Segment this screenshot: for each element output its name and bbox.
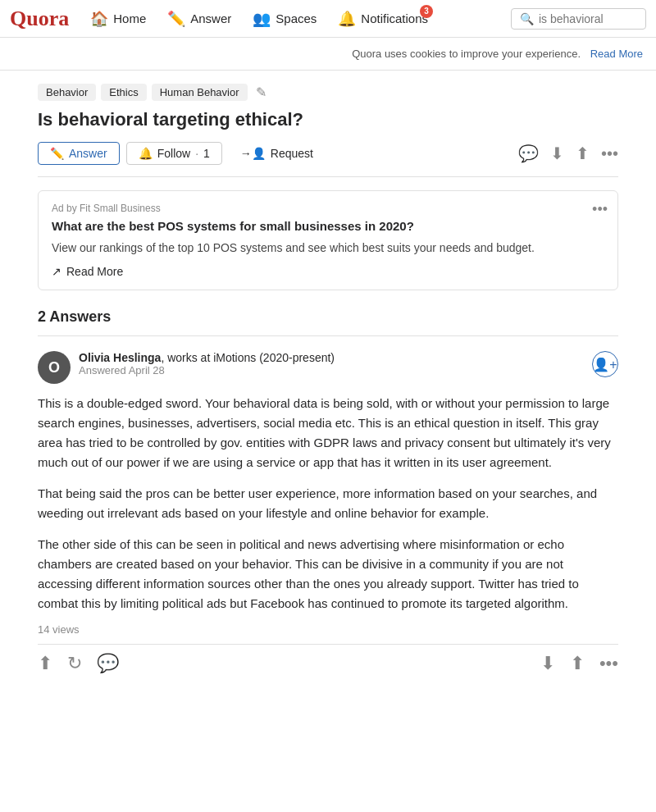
ad-read-more-link[interactable]: ↗ Read More: [52, 265, 604, 278]
cookie-banner: Quora uses cookies to improve your exper…: [0, 38, 656, 71]
share-icon[interactable]: ⬆: [576, 144, 590, 163]
answer-text: This is a double-edged sword. Your behav…: [38, 394, 618, 614]
author-cred: , works at iMotions (2020-present): [161, 351, 335, 364]
answer-paragraph-2: That being said the pros can be better u…: [38, 484, 618, 523]
nav-item-spaces[interactable]: 👥 Spaces: [244, 7, 325, 31]
answer-meta: O Olivia Heslinga, works at iMotions (20…: [38, 351, 618, 384]
answer-item: O Olivia Heslinga, works at iMotions (20…: [38, 351, 618, 687]
follow-bell-icon: 🔔: [139, 147, 153, 160]
answers-divider: [38, 335, 618, 336]
edit-topics-icon[interactable]: ✎: [256, 84, 266, 100]
refresh-icon[interactable]: ↻: [67, 653, 82, 674]
breadcrumbs: Behavior Ethics Human Behavior ✎: [38, 84, 618, 101]
nav-item-answer[interactable]: ✏️ Answer: [159, 7, 239, 31]
more-options-icon[interactable]: •••: [601, 144, 618, 163]
answer-paragraph-3: The other side of this can be seen in po…: [38, 535, 618, 614]
author-info: Olivia Heslinga, works at iMotions (2020…: [79, 351, 584, 376]
search-box[interactable]: 🔍: [511, 8, 646, 30]
quora-logo[interactable]: Quora: [10, 7, 69, 31]
ad-label: Ad by Fit Small Business: [52, 203, 604, 214]
cookie-text: Quora uses cookies to improve your exper…: [352, 48, 581, 60]
ad-read-more-label: Read More: [66, 265, 123, 278]
breadcrumb-behavior[interactable]: Behavior: [38, 84, 96, 101]
external-link-icon: ↗: [52, 265, 61, 278]
answer-views: 14 views: [38, 623, 618, 636]
home-icon: 🏠: [90, 10, 108, 28]
answer-icon: ✏️: [167, 10, 185, 28]
follow-count: 1: [203, 147, 210, 160]
search-input[interactable]: [539, 12, 637, 25]
search-icon: 🔍: [520, 12, 534, 25]
question-icons: 💬 ⬇ ⬆ •••: [518, 144, 618, 163]
nav-item-notifications[interactable]: 🔔 Notifications 3: [330, 7, 436, 31]
request-icon: →👤: [240, 147, 266, 160]
answer-button[interactable]: ✏️ Answer: [38, 142, 120, 165]
breadcrumb-human-behavior[interactable]: Human Behavior: [152, 84, 248, 101]
breadcrumb-ethics[interactable]: Ethics: [101, 84, 146, 101]
nav-item-home[interactable]: 🏠 Home: [82, 7, 154, 31]
ad-card: Ad by Fit Small Business What are the be…: [38, 190, 618, 290]
answer-downvote-icon[interactable]: ⬇: [540, 653, 555, 674]
answer-paragraph-1: This is a double-edged sword. Your behav…: [38, 394, 618, 472]
bell-icon: 🔔: [338, 10, 356, 28]
answer-button-label: Answer: [69, 147, 107, 160]
answer-follow-icon[interactable]: 👤+: [592, 351, 618, 377]
ad-title: What are the best POS systems for small …: [52, 219, 604, 233]
person-plus-icon: 👤+: [593, 357, 617, 372]
nav-spaces-label: Spaces: [276, 11, 317, 25]
notification-badge: 3: [420, 5, 433, 18]
avatar: O: [38, 351, 71, 384]
question-action-row: ✏️ Answer 🔔 Follow · 1 →👤 Request 💬 ⬇ ⬆ …: [38, 142, 618, 177]
follow-button[interactable]: 🔔 Follow · 1: [126, 142, 222, 165]
follow-label: Follow: [157, 147, 190, 160]
nav-answer-label: Answer: [190, 11, 231, 25]
comment-reply-icon[interactable]: 💬: [97, 653, 119, 674]
spaces-icon: 👥: [253, 10, 271, 28]
top-navigation: Quora 🏠 Home ✏️ Answer 👥 Spaces 🔔 Notifi…: [0, 0, 656, 38]
answers-count: 2 Answers: [38, 305, 618, 326]
ad-more-options-icon[interactable]: •••: [592, 201, 608, 218]
author-name: Olivia Heslinga, works at iMotions (2020…: [79, 351, 584, 364]
answer-share-icon[interactable]: ⬆: [570, 653, 585, 674]
request-label: Request: [271, 147, 313, 160]
nav-notifications-label: Notifications: [361, 11, 428, 25]
downvote-icon[interactable]: ⬇: [550, 144, 564, 163]
cookie-read-more-link[interactable]: Read More: [590, 48, 643, 60]
answer-more-icon[interactable]: •••: [599, 653, 618, 674]
answer-date: Answered April 28: [79, 364, 584, 376]
request-button[interactable]: →👤 Request: [229, 143, 325, 164]
ad-description: View our rankings of the top 10 POS syst…: [52, 239, 604, 257]
upvote-icon[interactable]: ⬆: [38, 653, 52, 674]
answer-pen-icon: ✏️: [50, 147, 64, 160]
main-content: Behavior Ethics Human Behavior ✎ Is beha…: [25, 71, 631, 700]
answer-right-actions: ⬇ ⬆ •••: [540, 653, 618, 674]
answer-bottom-actions: ⬆ ↻ 💬 ⬇ ⬆ •••: [38, 644, 618, 674]
nav-home-label: Home: [113, 11, 146, 25]
question-title: Is behavioral targeting ethical?: [38, 109, 618, 130]
comment-icon[interactable]: 💬: [518, 144, 539, 163]
